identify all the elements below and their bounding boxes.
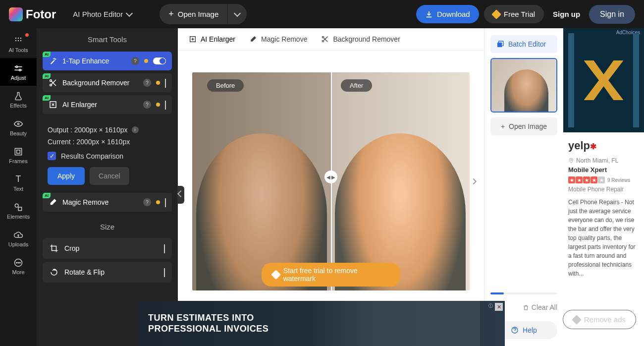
tab-background-remover[interactable]: Background Remover (321, 35, 400, 43)
tab-magic-remove[interactable]: Magic Remove (249, 35, 307, 43)
chevron-right-icon (165, 79, 166, 87)
plus-icon: + (168, 9, 174, 19)
clear-all-button[interactable]: Clear All (523, 303, 557, 311)
svg-point-18 (16, 262, 17, 263)
rail-more[interactable]: More (0, 252, 37, 280)
tool-ai-enlarger[interactable]: AI AI Enlarger ? (43, 95, 172, 114)
sign-in-button[interactable]: Sign in (589, 5, 635, 24)
svg-point-25 (322, 36, 324, 38)
tool-one-tap-enhance[interactable]: AI 1-Tap Enhance ? (43, 52, 172, 70)
rail-uploads[interactable]: Uploads (0, 225, 37, 252)
ad-image (312, 301, 480, 346)
ad-info-icon[interactable]: ⓘ (488, 303, 493, 309)
ad-banner-top[interactable]: AdChoices (563, 28, 644, 132)
rotate-icon (50, 268, 58, 277)
open-image-side-button[interactable]: + Open Image (490, 117, 557, 135)
image-thumbnail[interactable] (490, 58, 557, 113)
tool-rotate-flip[interactable]: Rotate & Flip (43, 262, 172, 283)
after-badge: After (341, 79, 372, 92)
help-icon[interactable]: ? (143, 79, 151, 87)
help-label: Help (523, 326, 537, 334)
rail-elements[interactable]: Elements (0, 197, 37, 225)
svg-rect-13 (15, 148, 21, 155)
cta-label: Start free trial to remove watermark (283, 267, 389, 283)
tool-background-remover[interactable]: AI Background Remover ? (43, 73, 172, 92)
cancel-button[interactable]: Cancel (90, 167, 129, 185)
ad-sidebar: AdChoices yelp✱ North Miami, FL Mobile X… (563, 28, 644, 346)
chevron-left-icon (177, 190, 184, 197)
svg-point-0 (15, 37, 17, 39)
download-button[interactable]: Download (416, 5, 479, 23)
rail-frames[interactable]: Frames (0, 141, 37, 169)
ad-close-button[interactable]: ✕ (495, 303, 503, 311)
editor-mode-dropdown[interactable]: AI Photo Editor (73, 10, 132, 18)
open-image-group: + Open Image (160, 4, 247, 24)
enlarge-icon (189, 35, 197, 43)
star-rating: ★ ★ ★ ★ ★ 9 Reviews (568, 176, 639, 183)
tool-magic-remove[interactable]: AI Magic Remove ? (43, 193, 172, 212)
collapse-panel-handle[interactable] (177, 186, 184, 204)
svg-point-15 (15, 204, 18, 207)
remove-ads-button[interactable]: Remove ads (563, 310, 636, 329)
info-icon[interactable]: i (132, 126, 139, 133)
comparison-image[interactable]: Before After ◀ ▶ Start free trial to rem… (192, 72, 470, 290)
panel-section-title: Size (37, 215, 178, 235)
rail-adjust[interactable]: Adjust (0, 58, 37, 86)
ad-banner-bottom[interactable]: TURN ESTIMATES INTO PROFESSIONAL INVOICE… (138, 301, 505, 346)
ai-badge-icon: AI (43, 193, 51, 198)
tab-ai-enlarger[interactable]: AI Enlarger (189, 35, 235, 43)
svg-point-20 (20, 262, 21, 263)
comparison-slider-handle[interactable]: ◀ ▶ (324, 171, 337, 183)
tool-label: 1-Tap Enhance (62, 57, 126, 65)
batch-icon (496, 40, 504, 48)
chevron-down-icon (165, 101, 166, 109)
svg-point-4 (18, 40, 19, 41)
brand-logo[interactable]: Fotor (9, 7, 56, 21)
remove-watermark-cta[interactable]: Start free trial to remove watermark (262, 263, 400, 287)
tool-crop[interactable]: Crop (43, 238, 172, 259)
rail-text[interactable]: T Text (0, 169, 37, 197)
svg-point-6 (16, 66, 17, 67)
next-image-arrow[interactable] (469, 176, 480, 187)
open-image-button[interactable]: + Open Image (160, 4, 227, 24)
premium-dot-icon (156, 200, 160, 204)
sign-up-link[interactable]: Sign up (549, 10, 584, 18)
premium-dot-icon (144, 59, 148, 63)
tool-label: Magic Remove (62, 198, 138, 206)
rail-label: Uploads (8, 241, 28, 247)
premium-dot-icon (156, 103, 160, 107)
rail-beauty[interactable]: Beauty (0, 114, 37, 141)
tool-rail: AI Tools Adjust Effects Beauty Frames T … (0, 28, 37, 346)
scissors-icon (49, 78, 57, 87)
free-trial-button[interactable]: Free Trial (484, 5, 544, 23)
rail-label: Adjust (11, 75, 26, 81)
chevron-down-icon (126, 9, 133, 16)
chevron-down-icon (234, 9, 241, 16)
results-comparison-checkbox[interactable]: ✓ Results Comparison (48, 152, 167, 160)
business-description: Cell Phone Repairs - Not just the averag… (568, 198, 639, 278)
business-category: Mobile Phone Repair (568, 186, 639, 193)
preview-tabs: AI Enlarger Magic Remove Background Remo… (178, 28, 484, 51)
free-trial-label: Free Trial (504, 10, 535, 18)
premium-dot-icon (156, 81, 160, 85)
ai-badge-icon: AI (43, 73, 51, 79)
thumbnail-scrollbar[interactable] (490, 292, 557, 294)
batch-label: Batch Editor (508, 40, 546, 48)
help-icon[interactable]: ? (143, 198, 151, 206)
enhance-toggle[interactable] (153, 58, 166, 64)
ad-yelp-card[interactable]: yelp✱ North Miami, FL Mobile Xpert ★ ★ ★… (563, 132, 644, 282)
help-icon (511, 326, 519, 334)
open-image-more-button[interactable] (227, 4, 247, 24)
eraser-icon (49, 198, 57, 207)
flask-icon (13, 91, 23, 101)
rail-ai-tools[interactable]: AI Tools (0, 30, 37, 58)
batch-editor-button[interactable]: Batch Editor (490, 35, 557, 53)
svg-point-21 (50, 80, 52, 82)
help-icon[interactable]: ? (131, 57, 139, 65)
star-empty-icon: ★ (598, 176, 605, 183)
apply-button[interactable]: Apply (48, 167, 85, 185)
editor-mode-label: AI Photo Editor (73, 10, 123, 18)
star-icon: ★ (568, 176, 575, 183)
rail-effects[interactable]: Effects (0, 86, 37, 114)
help-icon[interactable]: ? (143, 101, 151, 109)
